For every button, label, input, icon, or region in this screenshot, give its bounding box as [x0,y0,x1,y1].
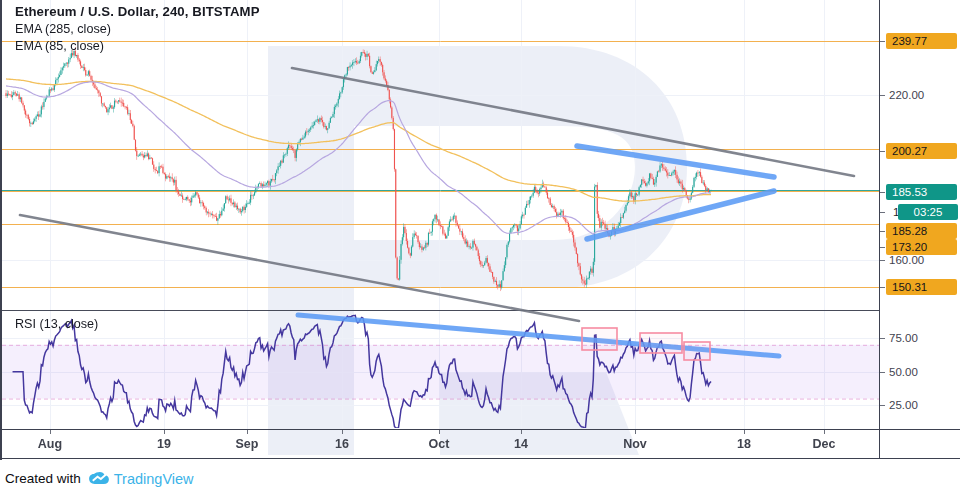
last-price-badge: 185.53 [886,184,957,200]
tradingview-chart-page: Ethereum / U.S. Dollar, 240, BITSTAMP EM… [0,0,960,497]
axis-price-label: 75.00 [889,332,918,344]
created-with-text: Created with [5,471,81,486]
axis-tick-mark [880,372,885,373]
level-price-badge: 239.77 [886,33,957,49]
chart-legend: Ethereum / U.S. Dollar, 240, BITSTAMP EM… [15,4,260,53]
time-tick-mark [824,430,825,434]
tradingview-brand-link[interactable]: TradingView [114,471,194,487]
axis-tick-mark [880,338,885,339]
axis-tick-mark [880,287,885,288]
axis-price-label: 160.00 [889,254,924,266]
axis-tick-mark [880,212,885,213]
tradingview-logo-icon[interactable] [88,471,110,486]
level-price-badge: 173.20 [886,239,957,255]
axis-tick-mark [880,405,885,406]
axis-tick-mark [880,247,885,248]
axis-tick-mark [880,151,885,152]
bar-countdown-badge: 03:25 [898,204,958,220]
price-axis[interactable]: 220.00160.0075.0050.0025.00239.77200.271… [879,0,960,459]
time-tick-label: Nov [623,437,647,451]
axis-price-label: 25.00 [889,399,918,411]
time-tick-label: Dec [813,437,836,451]
time-tick-mark [439,430,440,434]
axis-tick-mark [880,231,885,232]
rsi-legend[interactable]: RSI (13, close) [15,317,98,331]
axis-price-label: 220.00 [889,89,924,101]
ema85-legend[interactable]: EMA (85, close) [15,39,260,53]
level-price-badge: 200.27 [886,143,957,159]
axis-tick-mark [880,41,885,42]
time-tick-label: Oct [429,437,450,451]
level-price-badge: 185.28 [886,223,957,239]
chart-container: Ethereum / U.S. Dollar, 240, BITSTAMP EM… [0,0,960,460]
ema285-legend[interactable]: EMA (285, close) [15,22,260,36]
time-tick-mark [521,430,522,434]
time-tick-mark [164,430,165,434]
time-tick-mark [744,430,745,434]
time-tick-mark [50,430,51,434]
time-tick-mark [342,430,343,434]
time-tick-label: Aug [38,437,62,451]
price-rsi-chart-canvas[interactable] [2,0,879,459]
time-tick-label: Sep [236,437,259,451]
axis-tick-mark [880,95,885,96]
attribution-footer: Created with TradingView [0,460,960,497]
time-tick-label: 16 [335,437,349,451]
axis-tick-mark [880,260,885,261]
axis-price-label: 50.00 [889,366,918,378]
time-tick-mark [247,430,248,434]
time-axis[interactable]: Aug19Sep16Oct14Nov18Dec [2,429,960,459]
time-tick-label: 18 [737,437,751,451]
time-tick-label: 14 [514,437,528,451]
time-tick-mark [635,430,636,434]
time-tick-label: 19 [157,437,171,451]
pane-separator[interactable] [2,310,960,311]
level-price-badge: 150.31 [886,279,957,295]
symbol-title: Ethereum / U.S. Dollar, 240, BITSTAMP [15,4,260,19]
axis-tick-mark [880,192,885,193]
